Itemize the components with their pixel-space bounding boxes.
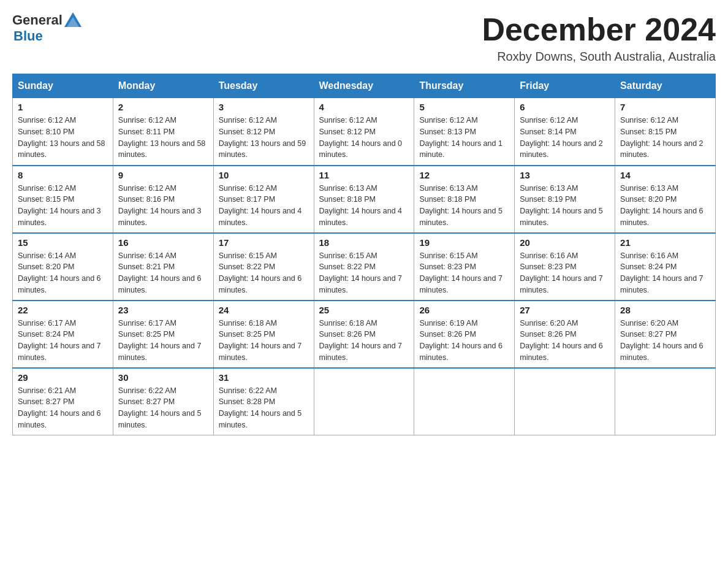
table-row: 27 Sunrise: 6:20 AMSunset: 8:26 PMDaylig… (515, 301, 615, 368)
day-info: Sunrise: 6:13 AMSunset: 8:19 PMDaylight:… (520, 184, 603, 227)
calendar-week-1: 1 Sunrise: 6:12 AMSunset: 8:10 PMDayligh… (13, 98, 716, 166)
day-info: Sunrise: 6:14 AMSunset: 8:20 PMDaylight:… (18, 251, 101, 294)
day-number: 9 (118, 170, 208, 180)
calendar-table: Sunday Monday Tuesday Wednesday Thursday… (12, 74, 716, 435)
day-info: Sunrise: 6:12 AMSunset: 8:17 PMDaylight:… (219, 184, 302, 227)
table-row: 19 Sunrise: 6:15 AMSunset: 8:23 PMDaylig… (414, 233, 515, 301)
title-area: December 2024 Roxby Downs, South Austral… (482, 12, 716, 64)
logo-general-text: General (12, 12, 63, 28)
day-number: 21 (620, 237, 710, 248)
day-info: Sunrise: 6:18 AMSunset: 8:26 PMDaylight:… (319, 319, 403, 362)
day-info: Sunrise: 6:13 AMSunset: 8:20 PMDaylight:… (620, 184, 703, 227)
day-number: 22 (18, 305, 108, 315)
table-row: 5 Sunrise: 6:12 AMSunset: 8:13 PMDayligh… (414, 98, 515, 166)
day-info: Sunrise: 6:15 AMSunset: 8:23 PMDaylight:… (419, 251, 502, 294)
col-thursday: Thursday (414, 74, 515, 98)
day-number: 11 (319, 170, 409, 180)
table-row: 7 Sunrise: 6:12 AMSunset: 8:15 PMDayligh… (615, 98, 716, 166)
day-number: 16 (118, 237, 208, 248)
table-row: 25 Sunrise: 6:18 AMSunset: 8:26 PMDaylig… (314, 301, 414, 368)
table-row (515, 368, 615, 435)
table-row: 24 Sunrise: 6:18 AMSunset: 8:25 PMDaylig… (213, 301, 314, 368)
table-row: 6 Sunrise: 6:12 AMSunset: 8:14 PMDayligh… (515, 98, 615, 166)
table-row: 18 Sunrise: 6:15 AMSunset: 8:22 PMDaylig… (314, 233, 414, 301)
day-number: 18 (319, 237, 409, 248)
col-saturday: Saturday (615, 74, 716, 98)
day-number: 6 (520, 102, 610, 112)
day-info: Sunrise: 6:21 AMSunset: 8:27 PMDaylight:… (18, 386, 101, 429)
day-number: 27 (520, 305, 610, 315)
col-monday: Monday (113, 74, 213, 98)
table-row: 28 Sunrise: 6:20 AMSunset: 8:27 PMDaylig… (615, 301, 716, 368)
day-number: 12 (419, 170, 509, 180)
table-row: 12 Sunrise: 6:13 AMSunset: 8:18 PMDaylig… (414, 166, 515, 233)
day-info: Sunrise: 6:22 AMSunset: 8:27 PMDaylight:… (118, 386, 202, 429)
month-title: December 2024 (482, 12, 716, 47)
logo: General Blue (12, 12, 82, 44)
day-number: 3 (219, 102, 309, 112)
day-number: 25 (319, 305, 409, 315)
day-number: 29 (18, 372, 108, 383)
calendar-week-2: 8 Sunrise: 6:12 AMSunset: 8:15 PMDayligh… (13, 166, 716, 233)
location-title: Roxby Downs, South Australia, Australia (482, 50, 716, 64)
header: General Blue December 2024 Roxby Downs, … (12, 12, 716, 64)
calendar-header-row: Sunday Monday Tuesday Wednesday Thursday… (13, 74, 716, 98)
day-number: 5 (419, 102, 509, 112)
day-info: Sunrise: 6:13 AMSunset: 8:18 PMDaylight:… (319, 184, 403, 227)
day-number: 1 (18, 102, 108, 112)
table-row: 1 Sunrise: 6:12 AMSunset: 8:10 PMDayligh… (13, 98, 113, 166)
table-row: 9 Sunrise: 6:12 AMSunset: 8:16 PMDayligh… (113, 166, 213, 233)
day-info: Sunrise: 6:12 AMSunset: 8:13 PMDaylight:… (419, 116, 502, 159)
day-info: Sunrise: 6:12 AMSunset: 8:10 PMDaylight:… (18, 116, 105, 159)
table-row: 11 Sunrise: 6:13 AMSunset: 8:18 PMDaylig… (314, 166, 414, 233)
table-row: 16 Sunrise: 6:14 AMSunset: 8:21 PMDaylig… (113, 233, 213, 301)
calendar-week-3: 15 Sunrise: 6:14 AMSunset: 8:20 PMDaylig… (13, 233, 716, 301)
day-number: 4 (319, 102, 409, 112)
day-number: 2 (118, 102, 208, 112)
day-info: Sunrise: 6:12 AMSunset: 8:12 PMDaylight:… (219, 116, 306, 159)
logo-blue-text: Blue (13, 28, 43, 44)
table-row: 14 Sunrise: 6:13 AMSunset: 8:20 PMDaylig… (615, 166, 716, 233)
col-sunday: Sunday (13, 74, 113, 98)
day-number: 10 (219, 170, 309, 180)
day-info: Sunrise: 6:15 AMSunset: 8:22 PMDaylight:… (319, 251, 403, 294)
table-row: 23 Sunrise: 6:17 AMSunset: 8:25 PMDaylig… (113, 301, 213, 368)
day-info: Sunrise: 6:12 AMSunset: 8:15 PMDaylight:… (18, 184, 101, 227)
table-row: 8 Sunrise: 6:12 AMSunset: 8:15 PMDayligh… (13, 166, 113, 233)
table-row (314, 368, 414, 435)
table-row: 31 Sunrise: 6:22 AMSunset: 8:28 PMDaylig… (213, 368, 314, 435)
day-info: Sunrise: 6:17 AMSunset: 8:25 PMDaylight:… (118, 319, 202, 362)
table-row: 13 Sunrise: 6:13 AMSunset: 8:19 PMDaylig… (515, 166, 615, 233)
day-number: 8 (18, 170, 108, 180)
day-info: Sunrise: 6:14 AMSunset: 8:21 PMDaylight:… (118, 251, 202, 294)
day-info: Sunrise: 6:13 AMSunset: 8:18 PMDaylight:… (419, 184, 502, 227)
day-info: Sunrise: 6:18 AMSunset: 8:25 PMDaylight:… (219, 319, 302, 362)
day-info: Sunrise: 6:22 AMSunset: 8:28 PMDaylight:… (219, 386, 302, 429)
day-number: 20 (520, 237, 610, 248)
calendar-week-5: 29 Sunrise: 6:21 AMSunset: 8:27 PMDaylig… (13, 368, 716, 435)
table-row: 10 Sunrise: 6:12 AMSunset: 8:17 PMDaylig… (213, 166, 314, 233)
day-number: 14 (620, 170, 710, 180)
day-info: Sunrise: 6:12 AMSunset: 8:12 PMDaylight:… (319, 116, 403, 159)
day-number: 13 (520, 170, 610, 180)
day-info: Sunrise: 6:20 AMSunset: 8:27 PMDaylight:… (620, 319, 703, 362)
day-info: Sunrise: 6:15 AMSunset: 8:22 PMDaylight:… (219, 251, 302, 294)
table-row: 4 Sunrise: 6:12 AMSunset: 8:12 PMDayligh… (314, 98, 414, 166)
table-row: 2 Sunrise: 6:12 AMSunset: 8:11 PMDayligh… (113, 98, 213, 166)
day-info: Sunrise: 6:12 AMSunset: 8:14 PMDaylight:… (520, 116, 603, 159)
table-row: 26 Sunrise: 6:19 AMSunset: 8:26 PMDaylig… (414, 301, 515, 368)
col-wednesday: Wednesday (314, 74, 414, 98)
day-info: Sunrise: 6:16 AMSunset: 8:23 PMDaylight:… (520, 251, 603, 294)
day-info: Sunrise: 6:12 AMSunset: 8:11 PMDaylight:… (118, 116, 205, 159)
day-info: Sunrise: 6:12 AMSunset: 8:15 PMDaylight:… (620, 116, 703, 159)
day-number: 23 (118, 305, 208, 315)
day-info: Sunrise: 6:19 AMSunset: 8:26 PMDaylight:… (419, 319, 502, 362)
table-row: 17 Sunrise: 6:15 AMSunset: 8:22 PMDaylig… (213, 233, 314, 301)
table-row (615, 368, 716, 435)
day-info: Sunrise: 6:20 AMSunset: 8:26 PMDaylight:… (520, 319, 603, 362)
table-row: 21 Sunrise: 6:16 AMSunset: 8:24 PMDaylig… (615, 233, 716, 301)
table-row: 22 Sunrise: 6:17 AMSunset: 8:24 PMDaylig… (13, 301, 113, 368)
table-row (414, 368, 515, 435)
table-row: 15 Sunrise: 6:14 AMSunset: 8:20 PMDaylig… (13, 233, 113, 301)
day-number: 28 (620, 305, 710, 315)
